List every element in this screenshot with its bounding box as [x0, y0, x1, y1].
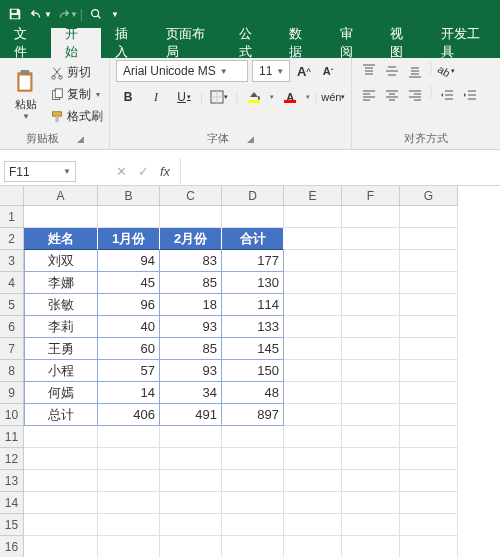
cell-C14[interactable]	[160, 492, 222, 514]
font-color-button[interactable]: A	[278, 86, 302, 108]
cell-D4[interactable]: 130	[222, 272, 284, 294]
cell-G16[interactable]	[400, 536, 458, 557]
row-header-11[interactable]: 11	[0, 426, 24, 448]
cell-G2[interactable]	[400, 228, 458, 250]
cell-G14[interactable]	[400, 492, 458, 514]
italic-button[interactable]: I	[144, 86, 168, 108]
enter-formula-button[interactable]: ✓	[132, 164, 154, 179]
cell-E4[interactable]	[284, 272, 342, 294]
cell-A4[interactable]: 李娜	[24, 272, 98, 294]
cell-B1[interactable]	[98, 206, 160, 228]
cell-B4[interactable]: 45	[98, 272, 160, 294]
cell-A13[interactable]	[24, 470, 98, 492]
cell-A10[interactable]: 总计	[24, 404, 98, 426]
phonetic-button[interactable]: wén▾	[321, 86, 345, 108]
cell-F15[interactable]	[342, 514, 400, 536]
cell-C16[interactable]	[160, 536, 222, 557]
cell-A5[interactable]: 张敏	[24, 294, 98, 316]
row-header-15[interactable]: 15	[0, 514, 24, 536]
cell-E13[interactable]	[284, 470, 342, 492]
cell-C10[interactable]: 491	[160, 404, 222, 426]
cell-B2[interactable]: 1月份	[98, 228, 160, 250]
row-header-7[interactable]: 7	[0, 338, 24, 360]
row-header-2[interactable]: 2	[0, 228, 24, 250]
formula-input[interactable]	[181, 158, 500, 185]
cell-F5[interactable]	[342, 294, 400, 316]
border-button[interactable]: ▾	[207, 86, 231, 108]
cell-C3[interactable]: 83	[160, 250, 222, 272]
cell-G10[interactable]	[400, 404, 458, 426]
cell-D15[interactable]	[222, 514, 284, 536]
cell-B3[interactable]: 94	[98, 250, 160, 272]
cell-A12[interactable]	[24, 448, 98, 470]
cell-A7[interactable]: 王勇	[24, 338, 98, 360]
cell-C11[interactable]	[160, 426, 222, 448]
cell-D5[interactable]: 114	[222, 294, 284, 316]
cell-E11[interactable]	[284, 426, 342, 448]
cell-E10[interactable]	[284, 404, 342, 426]
cell-B9[interactable]: 14	[98, 382, 160, 404]
cell-B10[interactable]: 406	[98, 404, 160, 426]
font-name-combo[interactable]: Arial Unicode MS▼	[116, 60, 248, 82]
cell-C15[interactable]	[160, 514, 222, 536]
cell-F9[interactable]	[342, 382, 400, 404]
cell-B14[interactable]	[98, 492, 160, 514]
cell-D13[interactable]	[222, 470, 284, 492]
font-size-combo[interactable]: 11▼	[252, 60, 290, 82]
row-header-13[interactable]: 13	[0, 470, 24, 492]
name-box[interactable]: F11 ▼	[4, 161, 76, 182]
cell-D12[interactable]	[222, 448, 284, 470]
cell-G5[interactable]	[400, 294, 458, 316]
cell-F16[interactable]	[342, 536, 400, 557]
col-header-G[interactable]: G	[400, 186, 458, 206]
cell-A1[interactable]	[24, 206, 98, 228]
cancel-formula-button[interactable]: ✕	[110, 164, 132, 179]
cell-A11[interactable]	[24, 426, 98, 448]
cell-F8[interactable]	[342, 360, 400, 382]
cell-D6[interactable]: 133	[222, 316, 284, 338]
row-header-5[interactable]: 5	[0, 294, 24, 316]
cell-D1[interactable]	[222, 206, 284, 228]
cell-E7[interactable]	[284, 338, 342, 360]
cell-A3[interactable]: 刘双	[24, 250, 98, 272]
decrease-font-button[interactable]: Aˇ	[318, 60, 338, 82]
col-header-B[interactable]: B	[98, 186, 160, 206]
cell-F3[interactable]	[342, 250, 400, 272]
align-top-button[interactable]	[358, 60, 380, 82]
cell-C9[interactable]: 34	[160, 382, 222, 404]
row-header-1[interactable]: 1	[0, 206, 24, 228]
qat-customize-dropdown[interactable]: ▼	[111, 10, 119, 19]
cell-B7[interactable]: 60	[98, 338, 160, 360]
tab-developer[interactable]: 开发工具	[427, 28, 500, 58]
cell-C13[interactable]	[160, 470, 222, 492]
col-header-D[interactable]: D	[222, 186, 284, 206]
cell-C2[interactable]: 2月份	[160, 228, 222, 250]
cell-F1[interactable]	[342, 206, 400, 228]
cell-D14[interactable]	[222, 492, 284, 514]
cell-D16[interactable]	[222, 536, 284, 557]
cell-D9[interactable]: 48	[222, 382, 284, 404]
cell-G12[interactable]	[400, 448, 458, 470]
cell-C8[interactable]: 93	[160, 360, 222, 382]
tab-file[interactable]: 文件	[0, 28, 51, 58]
row-header-16[interactable]: 16	[0, 536, 24, 557]
cell-E14[interactable]	[284, 492, 342, 514]
select-all-corner[interactable]	[0, 186, 24, 206]
align-right-button[interactable]	[404, 84, 426, 106]
cell-A2[interactable]: 姓名	[24, 228, 98, 250]
row-header-14[interactable]: 14	[0, 492, 24, 514]
cell-E8[interactable]	[284, 360, 342, 382]
cell-B13[interactable]	[98, 470, 160, 492]
cell-E6[interactable]	[284, 316, 342, 338]
cell-C6[interactable]: 93	[160, 316, 222, 338]
cut-button[interactable]: 剪切	[50, 63, 103, 83]
cell-E9[interactable]	[284, 382, 342, 404]
insert-function-button[interactable]: fx	[154, 164, 176, 179]
cell-C1[interactable]	[160, 206, 222, 228]
row-header-3[interactable]: 3	[0, 250, 24, 272]
cell-D8[interactable]: 150	[222, 360, 284, 382]
col-header-E[interactable]: E	[284, 186, 342, 206]
decrease-indent-button[interactable]	[436, 84, 458, 106]
cell-A8[interactable]: 小程	[24, 360, 98, 382]
cell-C4[interactable]: 85	[160, 272, 222, 294]
